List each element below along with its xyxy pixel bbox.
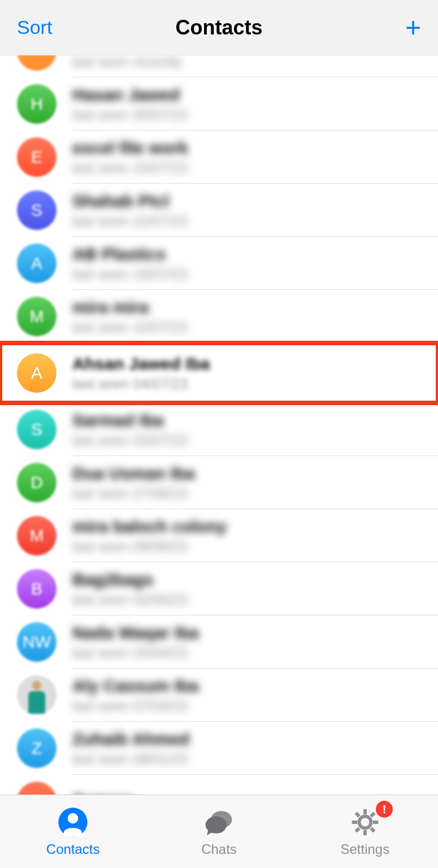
chats-icon	[203, 806, 235, 838]
avatar: E	[17, 137, 57, 177]
contact-row[interactable]: Mmira baloch colonylast seen 09/06/23	[0, 509, 438, 562]
contact-info: Sarmad Ibalast seen 02/07/23	[72, 411, 188, 449]
contact-row[interactable]: AAB Plasticslast seen 19/07/23	[0, 237, 438, 290]
contact-status: last seen 08/01/23	[72, 751, 189, 767]
contact-name: AB Plastics	[72, 245, 188, 264]
contact-status: last seen 25/04/23	[72, 645, 199, 661]
contact-info: Aly Cassum Ibalast seen 07/04/23	[72, 676, 198, 714]
contact-info: Ahsan Jawed Ibalast seen 04/07/23	[72, 354, 210, 392]
contact-status: last seen 02/07/23	[72, 432, 188, 449]
page-title: Contacts	[175, 16, 262, 40]
contact-status: last seen 04/07/23	[72, 376, 210, 392]
contact-status: last seen 23/07/23	[72, 160, 188, 176]
contact-row[interactable]: BBag2bagslast seen 02/06/23	[0, 562, 438, 615]
avatar: M	[17, 297, 57, 336]
contact-name: mira mira	[72, 298, 188, 317]
avatar: Z	[17, 728, 57, 768]
contact-name: excel file work	[72, 138, 188, 158]
contact-name: Hasan Jawed	[72, 85, 188, 105]
avatar: S	[17, 190, 57, 230]
contact-info: —last seen recently	[72, 55, 183, 70]
contact-name: Sarmad Iba	[72, 411, 188, 430]
contact-info: mira miralast seen 10/07/23	[72, 298, 188, 336]
contact-status: last seen 10/07/23	[72, 319, 188, 336]
contact-row[interactable]: Mmira miralast seen 10/07/23	[0, 290, 438, 343]
tab-bar: Contacts Chats ! Settings	[0, 795, 438, 868]
sort-button[interactable]: Sort	[17, 16, 52, 38]
contact-name: Zuhaib Ahmed	[72, 730, 189, 749]
contact-row[interactable]: NWNada Waqar Ibalast seen 25/04/23	[0, 615, 438, 669]
contact-info: Sumera	[72, 791, 135, 795]
contact-row[interactable]: —last seen recently	[0, 55, 438, 77]
contact-info: AB Plasticslast seen 19/07/23	[72, 245, 188, 283]
tab-label: Settings	[340, 841, 389, 857]
contact-row[interactable]: SShahab Ptcllast seen 22/07/23	[0, 184, 438, 237]
tab-label: Contacts	[46, 841, 100, 857]
avatar	[17, 55, 57, 71]
contact-name: Sumera	[72, 791, 135, 795]
contact-name: Shahab Ptcl	[72, 192, 188, 211]
contact-status: last seen recently	[72, 55, 183, 70]
avatar: M	[17, 516, 57, 555]
contact-row[interactable]: HHasan Jawedlast seen 30/07/23	[0, 77, 438, 131]
contact-row[interactable]: DDua Usman Ibalast seen 27/06/23	[0, 456, 438, 509]
contacts-list[interactable]: —last seen recentlyHHasan Jawedlast seen…	[0, 55, 438, 795]
contact-name: Ahsan Jawed Iba	[72, 354, 210, 374]
contact-status: last seen 22/07/23	[72, 213, 188, 229]
contact-info: excel file worklast seen 23/07/23	[72, 138, 188, 176]
contact-status: last seen 27/06/23	[72, 485, 195, 502]
contact-status: last seen 09/06/23	[72, 539, 227, 555]
contact-status: last seen 30/07/23	[72, 107, 188, 123]
svg-point-4	[359, 816, 371, 828]
contact-info: mira baloch colonylast seen 09/06/23	[72, 517, 227, 555]
contact-name: Aly Cassum Iba	[72, 676, 198, 696]
contact-row[interactable]: AAhsan Jawed Ibalast seen 04/07/23	[0, 343, 438, 403]
avatar: B	[17, 569, 57, 609]
avatar: A	[17, 244, 57, 283]
contact-info: Zuhaib Ahmedlast seen 08/01/23	[72, 730, 189, 767]
tab-chats[interactable]: Chats	[146, 795, 292, 868]
tab-settings[interactable]: ! Settings	[292, 795, 438, 868]
contact-info: Shahab Ptcllast seen 22/07/23	[72, 192, 188, 229]
contact-row[interactable]: SSumera	[0, 775, 438, 795]
contact-row[interactable]: ZZuhaib Ahmedlast seen 08/01/23	[0, 722, 438, 775]
avatar: H	[17, 84, 57, 124]
avatar: S	[17, 782, 57, 795]
contacts-icon	[57, 806, 89, 838]
contact-status: last seen 02/06/23	[72, 592, 188, 608]
avatar	[17, 675, 57, 715]
tab-contacts[interactable]: Contacts	[0, 795, 146, 868]
contact-info: Dua Usman Ibalast seen 27/06/23	[72, 464, 195, 502]
avatar: A	[17, 353, 57, 393]
contact-info: Hasan Jawedlast seen 30/07/23	[72, 85, 188, 123]
contact-info: Nada Waqar Ibalast seen 25/04/23	[72, 623, 199, 661]
contact-status: last seen 19/07/23	[72, 266, 188, 283]
contact-row[interactable]: SSarmad Ibalast seen 02/07/23	[0, 403, 438, 456]
contact-info: Bag2bagslast seen 02/06/23	[72, 570, 188, 608]
contact-name: Dua Usman Iba	[72, 464, 195, 483]
add-contact-button[interactable]: +	[405, 14, 421, 41]
contact-name: mira baloch colony	[72, 517, 227, 536]
header: Sort Contacts +	[0, 0, 438, 55]
tab-label: Chats	[201, 841, 237, 857]
svg-point-1	[68, 813, 79, 823]
settings-badge: !	[376, 801, 393, 818]
contact-row[interactable]: Aly Cassum Ibalast seen 07/04/23	[0, 669, 438, 722]
contact-name: Nada Waqar Iba	[72, 623, 199, 643]
contact-row[interactable]: Eexcel file worklast seen 23/07/23	[0, 131, 438, 184]
avatar: S	[17, 410, 57, 449]
avatar: D	[17, 463, 57, 502]
avatar: NW	[17, 622, 57, 662]
contact-status: last seen 07/04/23	[72, 698, 198, 714]
contact-name: Bag2bags	[72, 570, 188, 589]
